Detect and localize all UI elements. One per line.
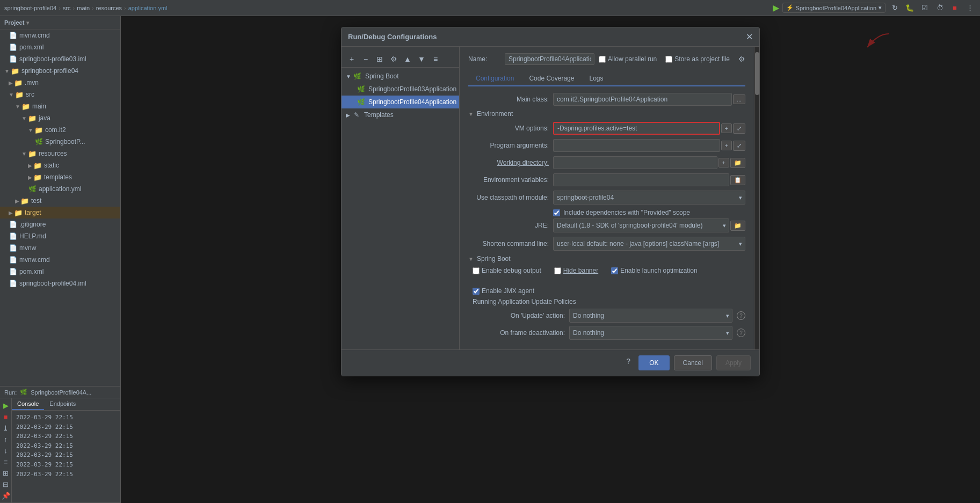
run-config-dropdown[interactable]: ⚡ SpringbootProfile04Application ▾ <box>782 3 885 13</box>
move-down-btn[interactable]: ▼ <box>416 53 427 65</box>
config-group-spring-boot[interactable]: ▼ 🌿 Spring Boot <box>342 70 459 83</box>
jre-select[interactable]: Default (1.8 - SDK of 'springboot-profil… <box>553 218 729 232</box>
stop-red-btn[interactable]: ■ <box>1 412 11 421</box>
settings-config-btn[interactable]: ⚙ <box>388 53 400 65</box>
config-item-profile03[interactable]: 🌿 SpringbootProfile03Application <box>342 83 459 96</box>
apply-button[interactable]: Apply <box>716 355 751 370</box>
enable-debug-checkbox[interactable] <box>473 267 480 274</box>
coverage-btn[interactable]: ☑ <box>919 2 931 14</box>
vm-options-expand-btn[interactable]: + <box>721 123 732 133</box>
debug-btn[interactable]: 🐛 <box>904 2 916 14</box>
list-item[interactable]: 📄 mvnw <box>0 242 120 254</box>
wrap-btn[interactable]: ≡ <box>1 457 11 466</box>
list-item[interactable]: ▼ 📁 src <box>0 89 120 100</box>
scroll-up-btn[interactable]: ↑ <box>1 434 11 444</box>
more-config-btn[interactable]: ≡ <box>430 53 441 65</box>
list-item[interactable]: 📄 mvnw.cmd <box>0 254 120 266</box>
working-dir-input[interactable] <box>553 156 717 169</box>
move-up-btn[interactable]: ▲ <box>402 53 413 65</box>
shorten-cmd-select[interactable]: user-local default: none - java [options… <box>553 237 745 251</box>
vm-options-fullscreen-btn[interactable]: ⤢ <box>733 123 745 134</box>
add-config-btn[interactable]: + <box>346 53 358 65</box>
list-item[interactable]: ▶ 📁 templates <box>0 171 120 183</box>
allow-parallel-checkbox-label[interactable]: Allow parallel run <box>599 55 657 63</box>
application-yml-item[interactable]: 🌿 application.yml <box>0 183 120 195</box>
working-dir-browse-btn[interactable]: 📁 <box>730 158 745 168</box>
list-item[interactable]: ▼ 📁 com.it2 <box>0 124 120 136</box>
program-args-fullscreen-btn[interactable]: ⤢ <box>733 141 745 151</box>
list-item[interactable]: 🌿 SpringbootP... <box>0 136 120 148</box>
target-folder-item[interactable]: ▶ 📁 target <box>0 207 120 218</box>
dialog-help-btn[interactable]: ? <box>622 355 634 367</box>
dialog-scrollbar-thumb[interactable] <box>755 52 759 95</box>
tab-configuration[interactable]: Configuration <box>468 71 521 86</box>
list-item[interactable]: 📄 springboot-profile03.iml <box>0 53 120 65</box>
list-item[interactable]: ▶ 📁 test <box>0 195 120 207</box>
scroll-to-end-btn[interactable]: ⤓ <box>1 423 11 433</box>
enable-jmx-checkbox-label[interactable]: Enable JMX agent <box>473 287 534 295</box>
hide-banner-checkbox-label[interactable]: Hide banner <box>554 267 598 274</box>
hide-banner-checkbox[interactable] <box>554 267 561 274</box>
program-args-expand-btn[interactable]: + <box>721 141 732 150</box>
vm-options-input[interactable]: -Dspring.profiles.active=test <box>553 122 720 135</box>
enable-launch-opt-checkbox[interactable] <box>611 267 618 274</box>
working-dir-expand-btn[interactable]: + <box>718 158 729 167</box>
list-item[interactable]: ▼ 📁 java <box>0 112 120 124</box>
list-item[interactable]: 📄 .gitignore <box>0 218 120 230</box>
enable-debug-checkbox-label[interactable]: Enable debug output <box>473 267 541 274</box>
project-file-gear-btn[interactable]: ⚙ <box>738 55 745 63</box>
list-item[interactable]: ▶ 📁 .mvn <box>0 77 120 89</box>
scroll-down-btn[interactable]: ↓ <box>1 446 11 455</box>
list-item[interactable]: 📄 pom.xml <box>0 266 120 278</box>
ok-button[interactable]: OK <box>638 355 669 370</box>
profile-btn[interactable]: ⏱ <box>934 2 946 14</box>
refresh-btn[interactable]: ↻ <box>889 2 901 14</box>
on-frame-deact-help-icon[interactable]: ? <box>737 329 745 337</box>
dialog-scrollbar[interactable] <box>754 47 759 349</box>
jre-browse-btn[interactable]: 📁 <box>730 221 745 231</box>
list-item[interactable]: 📄 mvnw.cmd <box>0 30 120 41</box>
filter-btn[interactable]: ⊞ <box>1 468 11 478</box>
console-tab[interactable]: Console <box>12 398 44 410</box>
config-item-profile04-selected[interactable]: 🌿 SpringbootProfile04Application <box>342 96 459 108</box>
main-class-input[interactable] <box>553 93 732 106</box>
spring-boot-toggle-icon[interactable]: ▼ <box>468 256 474 262</box>
config-group-templates[interactable]: ▶ ✎ Templates <box>342 108 459 121</box>
run-green-icon[interactable]: ▶ <box>773 3 779 13</box>
allow-parallel-checkbox[interactable] <box>599 56 606 63</box>
env-vars-input[interactable] <box>553 173 729 186</box>
endpoints-tab[interactable]: Endpoints <box>44 398 81 410</box>
pin-btn[interactable]: 📌 <box>1 491 11 500</box>
env-vars-browse-btn[interactable]: 📋 <box>730 175 745 185</box>
list-item[interactable]: 📄 springboot-profile04.iml <box>0 278 120 289</box>
on-update-select[interactable]: Do nothing Update classes and resources … <box>569 309 732 323</box>
main-class-browse-btn[interactable]: ... <box>733 94 745 104</box>
stop-btn[interactable]: ■ <box>949 2 961 14</box>
cancel-button[interactable]: Cancel <box>674 355 712 370</box>
enable-launch-opt-checkbox-label[interactable]: Enable launch optimization <box>611 267 697 274</box>
list-item[interactable]: 📄 pom.xml <box>0 41 120 53</box>
list-item[interactable]: ▶ 📁 static <box>0 159 120 171</box>
list-item[interactable]: ▼ 📁 main <box>0 100 120 112</box>
name-input[interactable] <box>505 53 594 65</box>
dialog-close-btn[interactable]: ✕ <box>746 32 753 42</box>
list-item[interactable]: 📄 HELP.md <box>0 230 120 242</box>
more-btn[interactable]: ⊟ <box>1 479 11 489</box>
enable-jmx-checkbox[interactable] <box>473 288 480 295</box>
program-args-input[interactable] <box>553 139 720 152</box>
tab-code-coverage[interactable]: Code Coverage <box>521 71 582 86</box>
store-project-checkbox[interactable] <box>665 56 672 63</box>
tab-logs[interactable]: Logs <box>582 71 611 86</box>
copy-config-btn[interactable]: ⊞ <box>374 53 386 65</box>
store-project-checkbox-label[interactable]: Store as project file <box>665 55 730 63</box>
on-frame-deact-select[interactable]: Do nothing Update classes and resources … <box>569 326 732 340</box>
classpath-select[interactable]: springboot-profile04 <box>553 191 745 205</box>
environment-toggle-icon[interactable]: ▼ <box>468 111 474 117</box>
list-item[interactable]: ▼ 📁 resources <box>0 148 120 159</box>
remove-config-btn[interactable]: − <box>360 53 372 65</box>
root-folder-item[interactable]: ▼ 📁 springboot-profile04 <box>0 65 120 77</box>
include-provided-checkbox[interactable] <box>553 209 560 216</box>
run-green-btn[interactable]: ▶ <box>1 400 11 410</box>
more-actions-btn[interactable]: ⋮ <box>964 2 976 14</box>
on-update-help-icon[interactable]: ? <box>737 311 745 320</box>
